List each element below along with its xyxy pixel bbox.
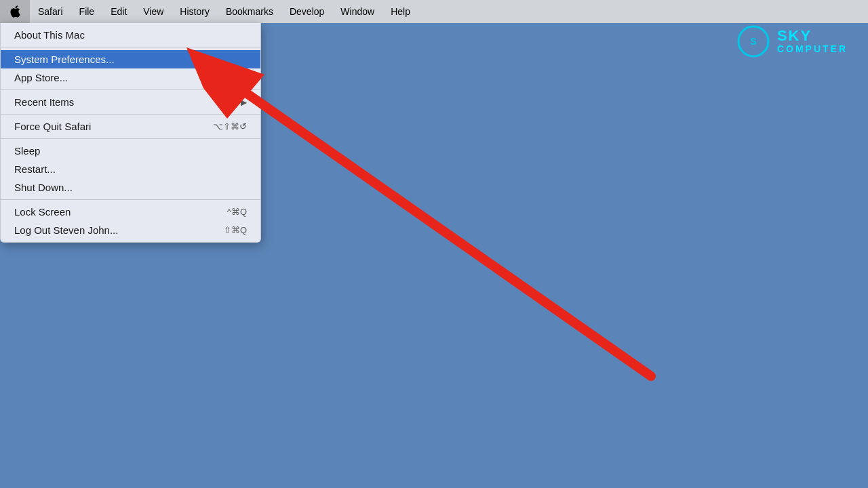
- sleep-item[interactable]: Sleep: [1, 142, 260, 160]
- sky-title: SKY: [777, 28, 848, 44]
- help-menu[interactable]: Help: [382, 0, 418, 23]
- history-menu[interactable]: History: [172, 0, 218, 23]
- apple-dropdown: About This Mac System Preferences... App…: [0, 23, 261, 243]
- bookmarks-menu[interactable]: Bookmarks: [218, 0, 281, 23]
- shutdown-item[interactable]: Shut Down...: [1, 178, 260, 197]
- edit-menu[interactable]: Edit: [102, 0, 135, 23]
- app-store-item[interactable]: App Store... 4: [1, 68, 260, 87]
- app-store-shortcut: 4: [242, 73, 247, 83]
- svg-text:S: S: [750, 36, 756, 47]
- log-out-item[interactable]: Log Out Steven John... ⇧⌘Q: [1, 221, 260, 239]
- sky-logo: S SKY COMPUTER: [736, 24, 848, 58]
- separator-2: [1, 89, 260, 90]
- sky-logo-icon: S: [736, 24, 770, 58]
- about-this-mac-item[interactable]: About This Mac: [1, 26, 260, 44]
- system-preferences-item[interactable]: System Preferences...: [1, 50, 260, 68]
- log-out-shortcut: ⇧⌘Q: [224, 225, 247, 235]
- safari-menu[interactable]: Safari: [30, 0, 71, 23]
- recent-items-item[interactable]: Recent Items ▶: [1, 93, 260, 111]
- separator-1: [1, 47, 260, 47]
- force-quit-item[interactable]: Force Quit Safari ⌥⇧⌘↺: [1, 117, 260, 136]
- develop-menu[interactable]: Develop: [281, 0, 332, 23]
- lock-screen-shortcut: ^⌘Q: [227, 207, 247, 217]
- sky-subtitle: COMPUTER: [777, 44, 848, 54]
- force-quit-shortcut: ⌥⇧⌘↺: [213, 121, 247, 131]
- lock-screen-item[interactable]: Lock Screen ^⌘Q: [1, 203, 260, 221]
- view-menu[interactable]: View: [135, 0, 172, 23]
- window-menu[interactable]: Window: [332, 0, 382, 23]
- separator-3: [1, 114, 260, 115]
- separator-5: [1, 199, 260, 200]
- apple-menu[interactable]: [0, 0, 30, 23]
- separator-4: [1, 138, 260, 139]
- file-menu[interactable]: File: [71, 0, 103, 23]
- restart-item[interactable]: Restart...: [1, 160, 260, 178]
- menubar: Safari File Edit View History Bookmarks …: [0, 0, 868, 23]
